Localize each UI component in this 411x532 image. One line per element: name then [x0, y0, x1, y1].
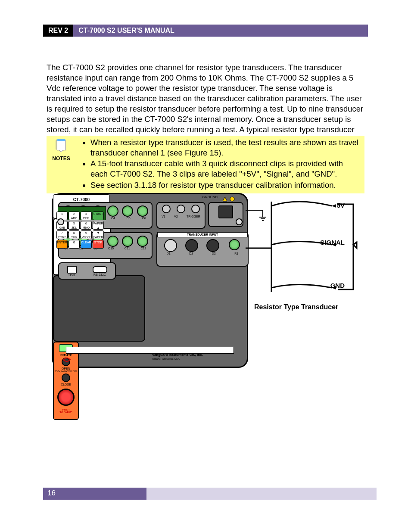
keypad-key: 5 JKL	[68, 221, 80, 230]
keypad-key: START	[93, 212, 104, 220]
keypad-key: 2 ABC	[68, 212, 80, 220]
notes-icon	[53, 138, 69, 154]
header-rev: REV 2	[43, 25, 73, 37]
paper-slot	[66, 347, 234, 354]
port-icon	[191, 205, 200, 213]
svg-point-2	[230, 197, 234, 201]
connection-figure: GROUND C1 C2 C3 C4	[52, 193, 362, 369]
keypad-key: 6 MNO	[81, 221, 92, 230]
printer	[53, 275, 145, 342]
connector-icon	[137, 236, 148, 247]
keypad-key: 8 TUV	[68, 230, 80, 239]
wire-gnd-label: GND	[330, 282, 345, 289]
wiring-diagram	[246, 193, 362, 322]
usb-port-icon	[67, 266, 77, 274]
transducer-title: TRANSDUCER INPUT	[157, 232, 248, 237]
close-fuse-icon	[62, 373, 70, 382]
connector-icon	[122, 205, 133, 217]
keypad-key: 9 WXYZ	[81, 230, 92, 239]
wire-signal-label: SIGNAL	[320, 239, 345, 246]
warning-icons	[222, 196, 241, 202]
device-panel: GROUND C1 C2 C3 C4	[52, 193, 248, 368]
keypad-key: ENTER	[56, 240, 68, 249]
vendor-label: Vanguard Instruments Co., Inc. Ontario, …	[152, 353, 203, 361]
connector-icon	[122, 236, 133, 247]
keypad-key: 0	[68, 240, 80, 249]
resistor-transducer-label: Resistor Type Transducer	[254, 303, 338, 311]
transducer-port-icon	[164, 239, 177, 252]
note-item: When a resistor type transducer is used,…	[90, 137, 360, 158]
printer-knob-icon	[236, 218, 243, 225]
transducer-port-icon	[185, 239, 198, 252]
ground-label: GROUND	[202, 195, 221, 199]
page-number: 16	[43, 488, 146, 500]
port-icon	[177, 205, 185, 213]
logo-icon	[62, 355, 71, 364]
v-trigger-row: V1 V2 TRIGGER	[156, 202, 206, 229]
keypad-key: ▼ PAPER	[93, 230, 104, 239]
transducer-port-icon	[206, 239, 219, 252]
header-title: CT-7000 S2 USER'S MANUAL	[73, 25, 368, 37]
transducer-port-r1-icon	[229, 239, 240, 250]
keypad-key: 7 PQRS	[56, 230, 68, 239]
svg-rect-0	[57, 139, 65, 141]
note-item: A 15-foot transducer cable with 3 quick …	[90, 159, 360, 179]
page-header: REV 2 CT-7000 S2 USER'S MANUAL	[43, 25, 368, 37]
notes-label: NOTES	[47, 156, 76, 162]
svg-marker-5	[332, 204, 336, 208]
connector-icon	[137, 205, 148, 217]
printer-knob-icon	[57, 218, 64, 225]
keypad-key: PAPER ▲	[93, 221, 104, 230]
comm-ports: USB RS-232C	[58, 262, 116, 280]
transducer-input: TRANSDUCER INPUT D1 D2 D3 R1	[156, 232, 249, 267]
wire-5v-label: 5V	[337, 202, 345, 209]
keypad-key: STOP	[93, 240, 104, 249]
svg-marker-1	[223, 197, 227, 201]
connector-icon	[107, 236, 118, 247]
keypad-key: 3 DEF	[81, 212, 92, 220]
arm-button-icon	[57, 389, 75, 406]
notes-list: When a resistor type transducer is used,…	[76, 136, 364, 193]
body-paragraph: The CT-7000 S2 provides one channel for …	[47, 62, 364, 145]
page-footer: 16	[43, 488, 377, 500]
note-item: See section 3.1.18 for resistor type tra…	[90, 180, 360, 190]
port-icon	[162, 205, 171, 213]
connector-icon	[107, 205, 118, 217]
rs232-port-icon	[93, 266, 107, 273]
keypad-key: CLEAR	[81, 240, 92, 249]
notes-block: NOTES When a resistor type transducer is…	[47, 136, 364, 193]
